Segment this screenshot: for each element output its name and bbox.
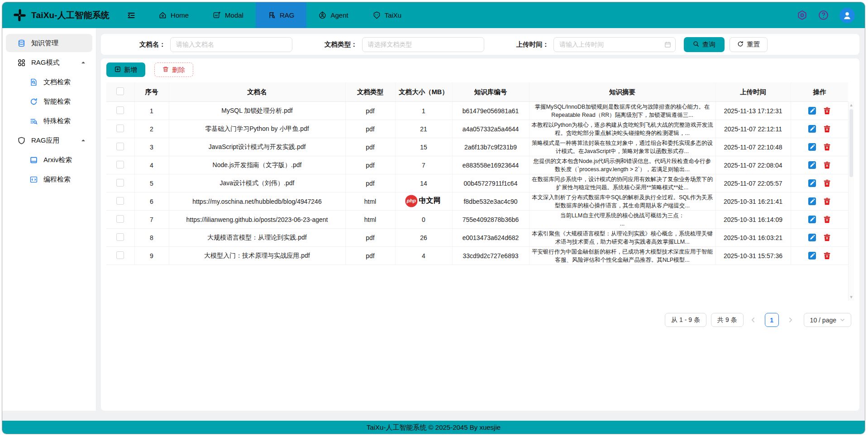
row-index: 7 [134, 211, 169, 229]
row-index: 3 [134, 138, 169, 156]
search-button[interactable]: 查询 [684, 37, 725, 52]
edit-icon[interactable] [808, 252, 816, 259]
table-row: 3JavaScript设计模式与开发实践.pdfpdf152a6f13b7c9f… [106, 138, 848, 156]
settings-icon[interactable] [797, 10, 807, 20]
sidebar-item[interactable]: 编程检索 [6, 170, 92, 188]
edit-icon[interactable] [808, 179, 816, 187]
summary-cell: 本文深入剖析了分布式数据库中SQL的解析及执行全过程。SQL作为关系型数据库的核… [529, 192, 715, 211]
doc-type-select[interactable] [362, 37, 484, 52]
scrollbar-thumb[interactable] [849, 109, 853, 177]
nav-tab-agent[interactable]: Agent [306, 2, 360, 28]
edit-icon[interactable] [808, 216, 816, 223]
upload-time-input[interactable] [553, 37, 676, 52]
delete-icon[interactable] [823, 107, 831, 115]
actions-cell [791, 138, 848, 156]
row-checkbox[interactable] [116, 125, 124, 132]
pagination-range: 从 1 - 9 条 [665, 313, 706, 327]
upload-time-cell: 2025-10-31 16:14:09 [715, 211, 791, 229]
top-navbar: TaiXu-人工智能系统 HomeAIModalRAGAgentTaiXu [2, 2, 865, 28]
page-number-button[interactable]: 1 [765, 313, 779, 327]
edit-icon[interactable] [808, 143, 816, 151]
row-checkbox[interactable] [116, 106, 124, 114]
chevron-down-icon [840, 317, 845, 322]
delete-icon[interactable] [823, 234, 831, 241]
row-index: 1 [134, 102, 169, 120]
table-toolbar: 新增 删除 [101, 58, 859, 82]
sidebar-item[interactable]: Arxiv检索 [6, 151, 92, 169]
col-actions: 操作 [791, 82, 848, 102]
doc-name-cell: Java设计模式（刘伟）.pdf [169, 174, 345, 192]
user-avatar[interactable] [839, 8, 855, 23]
table-row: 6https://my.oschina.net/hubbledb/blog/49… [106, 192, 848, 211]
actions-cell [791, 156, 848, 174]
row-checkbox[interactable] [116, 251, 124, 259]
delete-icon[interactable] [823, 143, 831, 151]
main-menu: HomeAIModalRAGAgentTaiXu [147, 2, 414, 28]
doc-type-label: 文档类型： [324, 40, 358, 49]
doc-type-cell: pdf [345, 229, 395, 247]
scroll-up-icon[interactable]: ▲ [849, 103, 854, 107]
nav-tab-taixu[interactable]: TaiXu [361, 2, 414, 28]
calendar-icon[interactable] [664, 41, 671, 48]
row-checkbox[interactable] [116, 161, 124, 168]
doc-name-input[interactable] [170, 37, 292, 52]
edit-icon[interactable] [808, 234, 816, 241]
caret-up-icon[interactable] [81, 60, 86, 65]
delete-icon[interactable] [823, 179, 831, 187]
footer: TaiXu-人工智能系统 © 2025-2045 By xuesjie [2, 421, 865, 434]
delete-icon[interactable] [823, 161, 831, 169]
row-checkbox[interactable] [116, 197, 124, 205]
sidebar-item[interactable]: RAG应用 [6, 131, 92, 149]
delete-icon[interactable] [823, 197, 831, 205]
summary-cell: 本索引聚焦《大规模语言模型：从理论到实践》核心概念，系统梳理关键术语与技术要点，… [529, 229, 715, 247]
reset-icon [737, 41, 744, 48]
table-row: 8大规模语言模型：从理论到实践.pdfpdf26e0013473a624d682… [106, 229, 848, 247]
nav-tab-rag[interactable]: RAG [256, 2, 307, 28]
content-panel: 新增 删除 [101, 58, 859, 411]
sidebar-item[interactable]: 知识管理 [6, 34, 92, 52]
delete-icon[interactable] [823, 252, 831, 259]
php-site-badge: php中文网 [405, 195, 440, 207]
delete-icon[interactable] [823, 125, 831, 133]
row-checkbox[interactable] [116, 143, 124, 150]
edit-icon[interactable] [808, 197, 816, 205]
summary-cell: 在数据库同步系统中，设计模式的协同应用有效解决了复杂业务场景下的扩展性与稳定性问… [529, 174, 715, 192]
delete-icon[interactable] [823, 216, 831, 223]
sidebar-item[interactable]: RAG模式 [6, 53, 92, 72]
main-content: 文档名： 文档类型： 上传时间： 查询 [96, 28, 865, 411]
sidebar-item[interactable]: 智能检索 [6, 92, 92, 110]
chevron-left-icon[interactable] [748, 317, 758, 323]
reset-button[interactable]: 重置 [730, 37, 768, 52]
filter-doc-name: 文档名： [139, 37, 292, 52]
row-checkbox[interactable] [116, 179, 124, 187]
help-icon[interactable] [818, 10, 829, 20]
nav-tab-modal[interactable]: AIModal [201, 2, 256, 28]
delete-button[interactable]: 删除 [154, 62, 193, 77]
table-row: 1MySQL 加锁处理分析.pdfpdf1b61479e056981a61掌握M… [106, 102, 848, 120]
select-all-checkbox[interactable] [116, 87, 124, 95]
row-index: 9 [134, 247, 169, 265]
edit-icon[interactable] [808, 125, 816, 133]
menu-fold-icon[interactable] [127, 11, 136, 20]
table-scrollbar[interactable]: ▲ ▼ [848, 101, 854, 301]
caret-up-icon[interactable] [81, 138, 86, 143]
row-checkbox[interactable] [116, 215, 124, 223]
scroll-down-icon[interactable]: ▼ [849, 295, 854, 299]
doc-type-cell: pdf [345, 120, 395, 138]
chevron-right-icon[interactable] [785, 317, 796, 323]
sidebar-item[interactable]: 特殊检索 [6, 112, 92, 130]
kb-id-cell: f8dbe532e3ac4c90 [452, 192, 529, 211]
actions-cell [791, 229, 848, 247]
edit-icon[interactable] [808, 107, 816, 115]
row-checkbox[interactable] [116, 233, 124, 241]
edit-icon[interactable] [808, 161, 816, 169]
page-size-select[interactable]: 10 / page [804, 313, 851, 327]
nav-tab-home[interactable]: Home [147, 2, 201, 28]
doc-type-cell: html [345, 192, 395, 211]
upload-time-cell: 2025-10-31 15:57:36 [715, 247, 791, 265]
doc-name-cell: JavaScript设计模式与开发实践.pdf [169, 138, 345, 156]
table-row: 7https://lilianweng.github.io/posts/2023… [106, 211, 848, 229]
add-button[interactable]: 新增 [106, 62, 145, 77]
kb-id-cell: 755e4092878b36b6 [452, 211, 529, 229]
sidebar-item[interactable]: 文档检索 [6, 73, 92, 91]
